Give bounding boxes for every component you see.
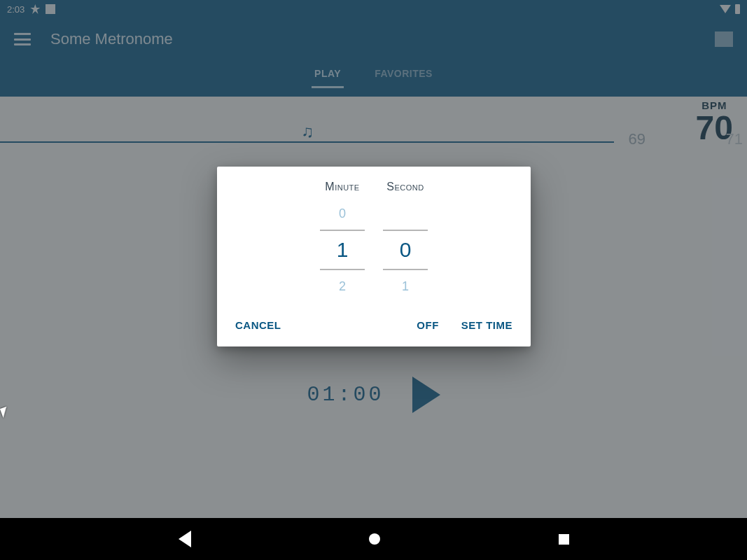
off-button[interactable]: OFF xyxy=(414,315,442,335)
nav-back-button[interactable] xyxy=(179,531,191,547)
minute-below[interactable]: 2 xyxy=(320,276,365,297)
time-picker-dialog: Minute 0 1 2 Second 0 1 CANCEL OFF SET T… xyxy=(217,167,531,346)
minute-label: Minute xyxy=(320,181,365,193)
set-time-button[interactable]: SET TIME xyxy=(459,315,515,335)
second-selected[interactable]: 0 xyxy=(383,230,428,270)
nav-recent-button[interactable] xyxy=(559,534,569,545)
cancel-button[interactable]: CANCEL xyxy=(232,315,284,335)
nav-home-button[interactable] xyxy=(369,533,380,545)
minute-selected[interactable]: 1 xyxy=(320,230,365,270)
second-label: Second xyxy=(383,181,428,193)
second-below[interactable]: 1 xyxy=(383,276,428,297)
second-picker[interactable]: Second 0 1 xyxy=(383,181,428,297)
second-above[interactable] xyxy=(383,203,428,224)
android-nav-bar xyxy=(0,518,747,560)
minute-picker[interactable]: Minute 0 1 2 xyxy=(320,181,365,297)
minute-above[interactable]: 0 xyxy=(320,203,365,224)
